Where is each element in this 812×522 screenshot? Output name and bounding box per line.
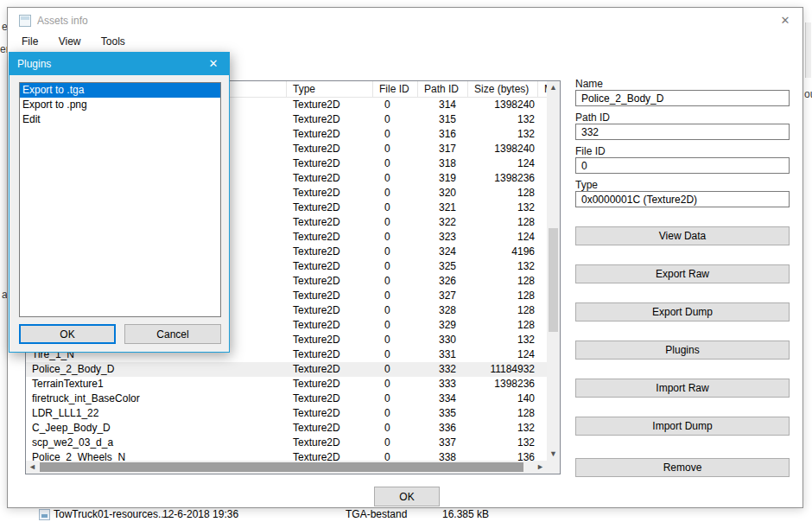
close-icon[interactable]: ✕	[777, 13, 794, 29]
cell-type: Texture2D	[287, 377, 373, 392]
cell-size: 132	[468, 436, 538, 450]
cell-pathid: 317	[418, 142, 468, 156]
scroll-down-icon[interactable]: ▼	[547, 448, 560, 461]
menu-view[interactable]: View	[50, 32, 90, 51]
plugins-dialog-title-bar[interactable]: Plugins ✕	[10, 53, 229, 75]
cell-name: Police_2_Body_D	[26, 362, 287, 377]
cell-name: LDR_LLL1_22	[26, 406, 287, 421]
plugin-item[interactable]: Edit	[20, 112, 220, 127]
cell-type: Texture2D	[287, 362, 373, 377]
cell-pathid: 335	[418, 406, 468, 421]
column-header-path-id[interactable]: Path ID	[418, 81, 468, 98]
cell-fileid: 0	[373, 230, 418, 245]
cell-size: 1398240	[468, 98, 538, 112]
cell-mod	[538, 259, 547, 274]
cell-mod	[538, 201, 547, 215]
cell-fileid: 0	[373, 127, 418, 142]
cell-mod	[538, 98, 547, 112]
column-header-size[interactable]: Size (bytes)	[468, 81, 538, 98]
cell-type: Texture2D	[287, 436, 373, 450]
cell-fileid: 0	[373, 318, 418, 333]
cell-mod	[538, 112, 547, 127]
cell-pathid: 319	[418, 171, 468, 186]
cell-size: 11184932	[468, 362, 538, 377]
cell-size: 124	[468, 156, 538, 171]
export-dump-button[interactable]: Export Dump	[575, 302, 790, 321]
type-field[interactable]	[575, 191, 790, 207]
cell-mod	[538, 289, 547, 303]
cell-fileid: 0	[373, 142, 418, 156]
table-row[interactable]: firetruck_int_BaseColorTexture2D0334140	[26, 392, 547, 406]
cell-name: C_Jeep_Body_D	[26, 421, 287, 436]
scroll-up-icon[interactable]: ▲	[547, 81, 560, 94]
cell-fileid: 0	[373, 245, 418, 259]
cell-fileid: 0	[373, 347, 418, 362]
cell-size: 128	[468, 215, 538, 230]
menu-tools[interactable]: Tools	[92, 32, 134, 51]
cell-pathid: 329	[418, 318, 468, 333]
import-dump-button[interactable]: Import Dump	[575, 417, 790, 436]
cell-mod	[538, 362, 547, 377]
cell-mod	[538, 215, 547, 230]
cell-mod	[538, 127, 547, 142]
ok-button[interactable]: OK	[374, 487, 440, 506]
plugin-item[interactable]: Export to .png	[20, 98, 220, 112]
plugins-ok-button[interactable]: OK	[19, 324, 116, 344]
cell-fileid: 0	[373, 406, 418, 421]
background-explorer-file-row[interactable]: TowTruck01-resources.... 12-6-2018 19:36…	[0, 508, 812, 522]
scroll-left-icon[interactable]: ◄	[26, 461, 39, 474]
cell-fileid: 0	[373, 215, 418, 230]
cell-pathid: 330	[418, 333, 468, 347]
table-row[interactable]: LDR_LLL1_22Texture2D0335128	[26, 406, 547, 421]
cell-name: TerrainTexture1	[26, 377, 287, 392]
scroll-right-icon[interactable]: ►	[534, 461, 547, 474]
path-id-label: Path ID	[575, 111, 610, 124]
cell-pathid: 323	[418, 230, 468, 245]
cell-pathid: 321	[418, 201, 468, 215]
horizontal-scrollbar[interactable]: ◄ ►	[26, 461, 547, 474]
plugins-cancel-button[interactable]: Cancel	[124, 324, 221, 344]
vertical-scrollbar[interactable]: ▲ ▼	[547, 81, 560, 461]
vertical-scroll-thumb[interactable]	[549, 228, 558, 332]
table-row[interactable]: scp_we2_03_d_aTexture2D0337132	[26, 436, 547, 450]
file-id-field[interactable]	[575, 157, 790, 174]
cell-fileid: 0	[373, 201, 418, 215]
cell-size: 124	[468, 230, 538, 245]
plugins-dialog-title: Plugins	[17, 58, 51, 70]
column-header-type[interactable]: Type	[287, 81, 373, 98]
cell-fileid: 0	[373, 436, 418, 450]
plugins-dialog-close-icon[interactable]: ✕	[206, 57, 221, 71]
name-field[interactable]	[575, 90, 790, 106]
table-row[interactable]: TerrainTexture1Texture2D03331398236	[26, 377, 547, 392]
file-name: TowTruck01-resources....	[54, 508, 169, 520]
cell-size: 132	[468, 127, 538, 142]
cell-size: 128	[468, 318, 538, 333]
cell-size: 136	[468, 450, 538, 461]
plugins-button[interactable]: Plugins	[575, 341, 790, 360]
cell-fileid: 0	[373, 421, 418, 436]
export-raw-button[interactable]: Export Raw	[575, 264, 790, 283]
view-data-button[interactable]: View Data	[575, 226, 790, 245]
cell-type: Texture2D	[287, 289, 373, 303]
cell-type: Texture2D	[287, 215, 373, 230]
cell-size: 124	[468, 347, 538, 362]
table-row[interactable]: C_Jeep_Body_DTexture2D0336132	[26, 421, 547, 436]
menu-file[interactable]: File	[13, 32, 47, 51]
title-bar[interactable]: Assets info ✕	[8, 8, 802, 34]
table-row[interactable]: Police_2_Body_DTexture2D033211184932	[26, 362, 547, 377]
remove-button[interactable]: Remove	[575, 458, 790, 477]
path-id-field[interactable]	[575, 124, 790, 140]
cell-type: Texture2D	[287, 421, 373, 436]
cell-pathid: 332	[418, 362, 468, 377]
table-row[interactable]: Police_2_Wheels_NTexture2D0338136	[26, 450, 547, 461]
plugin-item[interactable]: Export to .tga	[20, 83, 220, 98]
horizontal-scroll-thumb[interactable]	[40, 462, 523, 472]
cell-type: Texture2D	[287, 142, 373, 156]
cell-mod	[538, 333, 547, 347]
column-header-modified[interactable]: M	[538, 81, 547, 98]
column-header-file-id[interactable]: File ID	[373, 81, 418, 98]
import-raw-button[interactable]: Import Raw	[575, 379, 790, 398]
background-text-fragment: ou	[804, 88, 812, 100]
plugins-list[interactable]: Export to .tgaExport to .pngEdit	[19, 82, 221, 317]
cell-fileid: 0	[373, 186, 418, 201]
